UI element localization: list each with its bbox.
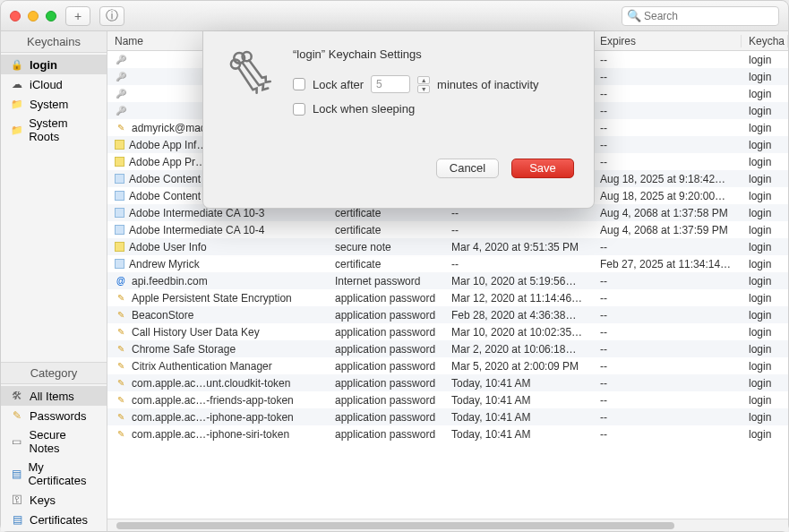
row-expires: -- [593,241,742,253]
minimize-icon[interactable] [28,11,39,21]
row-expires: -- [593,292,742,305]
table-row[interactable]: com.apple.ac…-iphone-siri-tokenapplicati… [107,425,788,442]
lock-when-sleeping-checkbox[interactable] [293,103,305,116]
row-expires: -- [593,122,742,134]
table-row[interactable]: BeaconStoreapplication passwordFeb 28, 2… [107,306,788,323]
row-expires: -- [593,156,742,168]
row-expires: -- [593,428,742,441]
key-icon [115,71,127,83]
cert-icon [115,225,124,235]
row-modified: Feb 28, 2020 at 4:36:38… [444,309,593,322]
row-keychain: login [742,207,788,219]
table-row[interactable]: Apple Persistent State Encryptionapplica… [107,289,788,306]
row-keychain: login [742,258,788,270]
table-row[interactable]: @api.feedbin.comInternet passwordMar 10,… [107,272,788,289]
cert-icon [115,174,124,184]
row-keychain: login [742,411,788,424]
category-item-my-certificates[interactable]: ▤My Certificates [1,458,107,490]
cert-icon: ▤ [10,467,22,481]
row-kind: application password [328,428,444,441]
row-kind: application password [328,343,444,356]
category-item-certificates[interactable]: ▤Certificates [1,510,107,529]
row-kind: application password [328,326,444,339]
table-row[interactable]: Citrix Authentication Managerapplication… [107,357,788,374]
row-keychain: login [742,394,788,407]
row-modified: Mar 12, 2020 at 11:14:46… [444,292,593,305]
category-item-label: Passwords [30,409,87,423]
category-item-all-items[interactable]: 🛠All Items [1,386,107,406]
table-row[interactable]: com.apple.ac…-friends-app-tokenapplicati… [107,391,788,408]
row-expires: Feb 27, 2025 at 11:34:14… [593,258,742,270]
row-modified: Mar 2, 2020 at 10:06:18… [444,343,593,356]
category-item-label: Keys [30,493,56,507]
row-keychain: login [742,275,788,287]
search-icon: 🔍 [627,9,641,22]
lock-after-minutes-input[interactable] [371,75,410,93]
row-expires: -- [593,139,742,151]
pencil-icon [115,122,127,134]
minutes-stepper[interactable]: ▲▼ [417,75,430,93]
keychain-item-system-roots[interactable]: System Roots [1,114,107,146]
row-name: Adobe Intermediate CA 10-4 [129,224,264,236]
cert-icon [115,191,124,201]
cert-icon: ▤ [10,512,24,527]
at-icon: @ [115,275,127,287]
row-expires: -- [593,105,742,117]
keychain-access-window: + ⓘ 🔍 Keychains login☁iCloudSystemSystem… [0,0,789,532]
table-row[interactable]: Call History User Data Keyapplication pa… [107,323,788,340]
row-modified: Today, 10:41 AM [444,428,593,441]
category-item-label: All Items [30,390,74,403]
add-button[interactable]: + [65,6,90,26]
cert-icon [115,208,124,218]
horizontal-scrollbar[interactable] [107,519,788,531]
key-icon [115,88,127,100]
table-row[interactable]: Adobe Intermediate CA 10-4certificate--A… [107,221,788,238]
col-keychain[interactable]: Keycha [742,35,788,47]
category-item-secure-notes[interactable]: ▭Secure Notes [1,425,107,458]
keychain-item-icloud[interactable]: ☁iCloud [1,74,107,94]
info-button[interactable]: ⓘ [99,6,124,26]
close-icon[interactable] [10,11,21,21]
zoom-icon[interactable] [46,11,56,21]
table-row[interactable]: Chrome Safe Storageapplication passwordM… [107,340,788,357]
row-expires: -- [593,411,742,424]
row-expires: -- [593,88,742,100]
row-keychain: login [742,139,788,151]
keychain-item-system[interactable]: System [1,94,107,114]
row-modified: -- [444,224,593,236]
row-name: api.feedbin.com [132,275,208,287]
search-input[interactable] [622,6,779,26]
key-icon [115,105,127,117]
lock-after-checkbox[interactable] [293,78,305,90]
row-keychain: login [742,122,788,134]
row-expires: -- [593,71,742,83]
table-row[interactable]: com.apple.ac…-iphone-app-tokenapplicatio… [107,408,788,425]
table-row[interactable]: com.apple.ac…unt.cloudkit-tokenapplicati… [107,374,788,391]
category-item-keys[interactable]: ⚿Keys [1,490,107,510]
col-expires[interactable]: Expires [593,35,742,47]
keychain-item-login[interactable]: login [1,55,107,74]
table-row[interactable]: Adobe User Infosecure noteMar 4, 2020 at… [107,238,788,255]
row-expires: -- [593,275,742,287]
row-keychain: login [742,309,788,322]
row-keychain: login [742,326,788,339]
row-kind: application password [328,292,444,305]
row-keychain: login [742,173,788,185]
row-name: com.apple.ac…-friends-app-token [132,394,294,407]
cancel-button[interactable]: Cancel [436,159,499,178]
search-field-wrap: 🔍 [622,6,779,26]
row-keychain: login [742,360,788,373]
row-name: Citrix Authentication Manager [132,360,272,373]
key-icon [115,54,127,66]
scrollbar-thumb[interactable] [116,522,674,529]
cloud-icon: ☁ [10,77,24,91]
row-keychain: login [742,71,788,83]
save-button[interactable]: Save [511,159,574,178]
row-name: com.apple.ac…-iphone-app-token [132,411,294,424]
row-keychain: login [742,224,788,236]
category-item-passwords[interactable]: ✎Passwords [1,406,107,425]
note-icon [115,157,124,167]
keychain-item-label: System Roots [29,116,98,143]
table-row[interactable]: Andrew Myrickcertificate--Feb 27, 2025 a… [107,255,788,272]
row-modified: Mar 5, 2020 at 2:00:09 PM [444,360,593,373]
